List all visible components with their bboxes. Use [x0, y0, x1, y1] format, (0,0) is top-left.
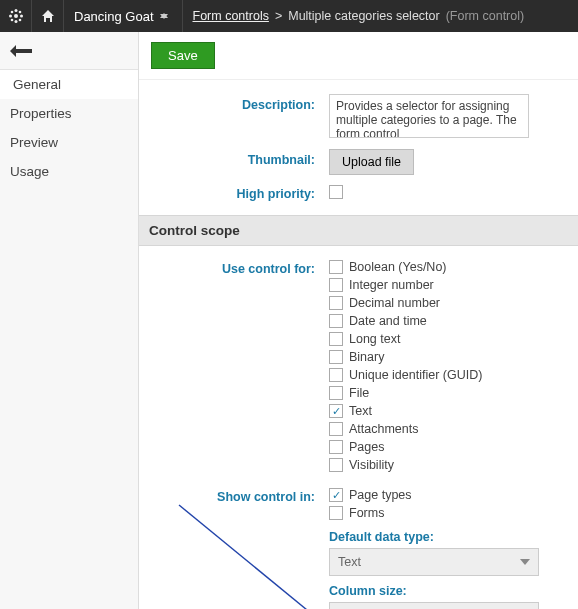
left-sidebar: General Properties Preview Usage	[0, 32, 139, 609]
label-column-size: Column size:	[329, 584, 568, 598]
site-name-label: Dancing Goat	[74, 9, 154, 24]
use-for-item: Attachments	[329, 420, 568, 438]
home-icon	[41, 9, 55, 23]
breadcrumb-current: Multiple categories selector	[288, 9, 439, 23]
use-for-label: Visibility	[349, 458, 394, 472]
use-for-item: Text	[329, 402, 568, 420]
use-for-checkbox[interactable]	[329, 314, 343, 328]
default-data-type-select[interactable]: Text	[329, 548, 539, 576]
main-panel: Save Description: Thumbnail: Upload file…	[139, 32, 578, 609]
column-size-input[interactable]	[329, 602, 539, 609]
home-button[interactable]	[32, 0, 64, 32]
use-for-item: Long text	[329, 330, 568, 348]
tab-properties[interactable]: Properties	[0, 99, 138, 128]
use-for-item: Integer number	[329, 276, 568, 294]
label-show-control-in: Show control in:	[139, 486, 329, 504]
use-for-label: Attachments	[349, 422, 418, 436]
use-for-checkbox[interactable]	[329, 440, 343, 454]
section-control-scope: Control scope	[139, 215, 578, 246]
use-for-item: Boolean (Yes/No)	[329, 258, 568, 276]
tab-usage[interactable]: Usage	[0, 157, 138, 186]
use-for-label: Integer number	[349, 278, 434, 292]
app-menu-icon	[9, 9, 23, 23]
site-dropdown-icon	[160, 12, 168, 20]
back-button[interactable]	[0, 32, 138, 70]
show-in-item: Page types	[329, 486, 568, 504]
chevron-down-icon	[520, 559, 530, 565]
label-thumbnail: Thumbnail:	[139, 149, 329, 167]
use-for-checkbox[interactable]	[329, 404, 343, 418]
back-arrow-icon	[10, 44, 32, 58]
save-button[interactable]: Save	[151, 42, 215, 69]
description-input[interactable]	[329, 94, 529, 138]
use-for-item: File	[329, 384, 568, 402]
form: Description: Thumbnail: Upload file High…	[139, 80, 578, 609]
svg-point-1	[14, 9, 17, 12]
svg-point-2	[14, 20, 17, 23]
high-priority-checkbox[interactable]	[329, 185, 343, 199]
use-for-item: Visibility	[329, 456, 568, 474]
use-control-for-list: Boolean (Yes/No)Integer numberDecimal nu…	[329, 258, 578, 474]
label-use-control-for: Use control for:	[139, 258, 329, 276]
topbar: Dancing Goat Form controls > Multiple ca…	[0, 0, 578, 32]
breadcrumb-type: (Form control)	[446, 9, 524, 23]
svg-point-8	[18, 19, 21, 22]
use-for-label: Long text	[349, 332, 400, 346]
use-for-checkbox[interactable]	[329, 422, 343, 436]
upload-file-button[interactable]: Upload file	[329, 149, 414, 175]
breadcrumb-separator: >	[275, 9, 282, 23]
label-default-data-type: Default data type:	[329, 530, 568, 544]
default-data-type-value: Text	[338, 555, 361, 569]
use-for-label: Boolean (Yes/No)	[349, 260, 447, 274]
use-for-label: File	[349, 386, 369, 400]
show-in-checkbox[interactable]	[329, 506, 343, 520]
tab-general[interactable]: General	[0, 70, 138, 99]
use-for-label: Unique identifier (GUID)	[349, 368, 482, 382]
show-control-in-list-top: Page typesForms	[329, 486, 568, 522]
svg-point-4	[20, 15, 23, 18]
use-for-item: Date and time	[329, 312, 568, 330]
app-menu-button[interactable]	[0, 0, 32, 32]
show-in-checkbox[interactable]	[329, 488, 343, 502]
svg-point-6	[18, 11, 21, 14]
breadcrumb-parent-link[interactable]: Form controls	[193, 9, 269, 23]
use-for-checkbox[interactable]	[329, 368, 343, 382]
site-switcher[interactable]: Dancing Goat	[64, 0, 183, 32]
label-high-priority: High priority:	[139, 183, 329, 201]
show-in-label: Page types	[349, 488, 412, 502]
svg-point-3	[9, 15, 12, 18]
action-bar: Save	[139, 32, 578, 80]
use-for-checkbox[interactable]	[329, 296, 343, 310]
tab-preview[interactable]: Preview	[0, 128, 138, 157]
use-for-checkbox[interactable]	[329, 278, 343, 292]
side-tabs: General Properties Preview Usage	[0, 70, 138, 186]
use-for-checkbox[interactable]	[329, 350, 343, 364]
use-for-item: Binary	[329, 348, 568, 366]
svg-point-7	[10, 19, 13, 22]
use-for-checkbox[interactable]	[329, 386, 343, 400]
use-for-item: Unique identifier (GUID)	[329, 366, 568, 384]
use-for-label: Binary	[349, 350, 384, 364]
use-for-item: Pages	[329, 438, 568, 456]
show-in-item: Forms	[329, 504, 568, 522]
use-for-label: Decimal number	[349, 296, 440, 310]
label-description: Description:	[139, 94, 329, 112]
show-in-label: Forms	[349, 506, 384, 520]
use-for-checkbox[interactable]	[329, 260, 343, 274]
breadcrumb: Form controls > Multiple categories sele…	[183, 0, 525, 32]
use-for-label: Text	[349, 404, 372, 418]
use-for-label: Pages	[349, 440, 384, 454]
use-for-item: Decimal number	[329, 294, 568, 312]
svg-point-0	[14, 14, 18, 18]
use-for-checkbox[interactable]	[329, 458, 343, 472]
svg-point-5	[10, 11, 13, 14]
use-for-label: Date and time	[349, 314, 427, 328]
use-for-checkbox[interactable]	[329, 332, 343, 346]
